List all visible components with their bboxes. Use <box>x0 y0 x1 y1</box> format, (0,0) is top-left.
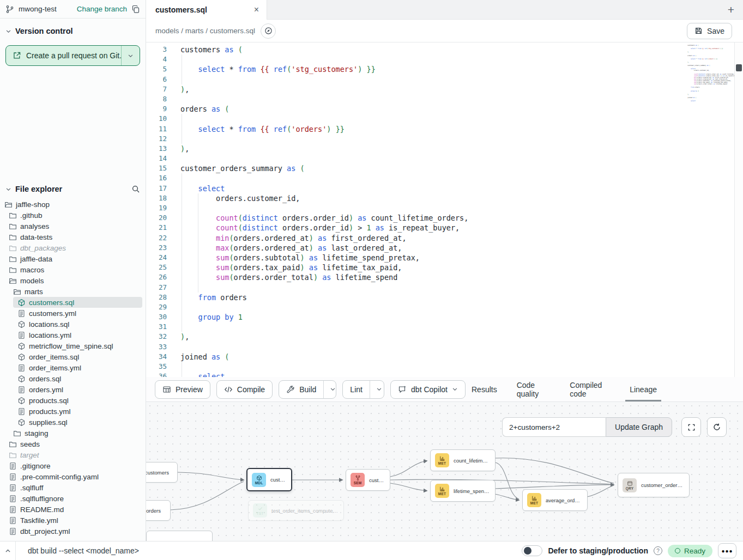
tree-item-readme-md[interactable]: README.md <box>0 504 142 515</box>
tree-item-marts[interactable]: marts <box>0 286 142 297</box>
code-line[interactable]: 17 select <box>146 184 683 193</box>
code-line[interactable]: 15customer_orders_summary as ( <box>146 163 683 173</box>
tree-item-supplies-sql[interactable]: supplies.sql <box>0 417 142 428</box>
code-line[interactable]: 10 <box>146 114 683 124</box>
tree-item-dbt-project-yml[interactable]: dbt_project.yml <box>0 526 142 537</box>
lineage-node-lifetime_spend_pretax[interactable]: METlifetime_spend_pretax <box>430 480 496 502</box>
tree-item-seeds[interactable]: seeds <box>0 439 142 449</box>
code-line[interactable]: 16 <box>146 173 683 183</box>
compile-button[interactable]: Compile <box>216 380 273 399</box>
tree-item-macros[interactable]: macros <box>0 264 142 275</box>
tree-item-analyses[interactable]: analyses <box>0 221 142 232</box>
tab-compiled-code[interactable]: Compiled code <box>570 377 610 401</box>
cli-command-text[interactable]: dbt build --select <model_name> <box>28 546 139 555</box>
lineage-node-count_lifetime_orders[interactable]: METcount_lifetime_orders <box>430 449 496 471</box>
code-line[interactable]: 25 sum(orders.tax_paid) as lifetime_tax_… <box>146 263 683 272</box>
change-branch-link[interactable]: Change branch <box>77 5 127 13</box>
code-line[interactable]: 29 <box>146 302 683 312</box>
code-line[interactable]: 36 select <box>146 372 683 377</box>
code-line[interactable]: 12 <box>146 134 683 144</box>
code-line[interactable]: 7), <box>146 84 683 94</box>
update-graph-button[interactable]: Update Graph <box>606 417 672 437</box>
lineage-node-customers_semantic[interactable]: SEMcustomers <box>346 469 390 491</box>
code-line[interactable]: 14 <box>146 154 683 163</box>
defer-toggle[interactable] <box>522 545 542 556</box>
tree-item-jaffle-shop[interactable]: jaffle-shop <box>0 199 142 210</box>
tab-code-quality[interactable]: Code quality <box>517 377 551 401</box>
code-line[interactable]: 35 <box>146 362 683 372</box>
code-line[interactable]: 23 max(orders.ordered_at) as last_ordere… <box>146 243 683 253</box>
lineage-selector-input[interactable] <box>502 417 606 437</box>
create-pr-button[interactable]: Create a pull request on Git... <box>5 45 140 66</box>
code-line[interactable]: 22 min(orders.ordered_at) as first_order… <box>146 233 683 243</box>
tree-item-order-items-sql[interactable]: order_items.sql <box>0 351 142 362</box>
tree-item-taskfile-yml[interactable]: Taskfile.yml <box>0 515 142 526</box>
tab-customers-sql[interactable]: customers.sql × <box>146 0 267 20</box>
refresh-button[interactable] <box>707 417 727 437</box>
code-line[interactable]: 34joined as ( <box>146 352 683 362</box>
code-editor[interactable]: 3customers as (45 select * from {{ ref('… <box>146 42 743 377</box>
code-line[interactable]: 27 <box>146 283 683 293</box>
code-line[interactable]: 9orders as ( <box>146 104 683 114</box>
build-caret[interactable] <box>323 381 336 398</box>
create-pr-main[interactable]: Create a pull request on Git... <box>6 46 121 65</box>
tree-item--pre-commit-config-yaml[interactable]: .pre-commit-config.yaml <box>0 471 142 482</box>
tree-item-locations-sql[interactable]: locations.sql <box>0 319 142 330</box>
tree-item-locations-yml[interactable]: locations.yml <box>0 330 142 340</box>
preview-button[interactable]: Preview <box>155 380 210 399</box>
tree-item--github[interactable]: .github <box>0 210 142 221</box>
tab-results[interactable]: Results <box>472 377 497 401</box>
lint-button[interactable]: Lint <box>343 381 370 398</box>
dbt-copilot-button[interactable]: dbt Copilot <box>390 380 466 399</box>
tab-lineage[interactable]: Lineage <box>630 377 657 401</box>
tree-item-products-yml[interactable]: products.yml <box>0 406 142 417</box>
lineage-node-orders[interactable]: orders <box>146 500 171 521</box>
code-line[interactable]: 13), <box>146 144 683 154</box>
code-line[interactable]: 5 select * from {{ ref('stg_customers') … <box>146 64 683 74</box>
lineage-node-partial_node[interactable] <box>146 531 213 541</box>
search-icon[interactable] <box>131 185 140 193</box>
code-line[interactable]: 11 select * from {{ ref('orders') }} <box>146 124 683 134</box>
fullscreen-button[interactable] <box>681 417 701 437</box>
tree-item-metricflow-time-spine-sql[interactable]: metricflow_time_spine.sql <box>0 340 142 351</box>
code-line[interactable]: 20 count(distinct orders.order_id) as co… <box>146 213 683 223</box>
code-line[interactable]: 8 <box>146 94 683 104</box>
tree-item-staging[interactable]: staging <box>0 428 142 439</box>
tree-item-customers-sql[interactable]: customers.sql <box>13 297 142 308</box>
code-line[interactable]: 6 <box>146 75 683 84</box>
lint-caret[interactable] <box>370 381 384 398</box>
minimap[interactable]: customers as ( select * from {{ ref('stg… <box>687 45 733 102</box>
lineage-node-stg_customers[interactable]: stg_customers <box>146 462 178 483</box>
copy-icon[interactable] <box>131 5 140 14</box>
more-options-button[interactable]: ●●● <box>718 543 736 558</box>
help-icon[interactable]: ? <box>654 546 662 555</box>
code-line[interactable]: 32), <box>146 332 683 342</box>
lineage-node-test_order_items[interactable]: TSTtest_order_items_compute_to_bools... <box>248 500 344 521</box>
new-tab-button[interactable]: + <box>719 0 743 19</box>
tree-item-orders-sql[interactable]: orders.sql <box>0 373 142 384</box>
tree-item--gitignore[interactable]: .gitignore <box>0 460 142 471</box>
code-line[interactable]: 30 group by 1 <box>146 312 683 322</box>
tree-item-jaffle-data[interactable]: jaffle-data <box>0 253 142 264</box>
code-line[interactable]: 28 from orders <box>146 293 683 302</box>
tab-close-icon[interactable]: × <box>254 5 259 14</box>
tree-item-orders-yml[interactable]: orders.yml <box>0 384 142 395</box>
build-button[interactable]: Build <box>279 381 323 398</box>
code-line[interactable]: 18 orders.customer_id, <box>146 193 683 203</box>
tree-item--sqlfluffignore[interactable]: .sqlfluffignore <box>0 493 142 504</box>
code-line[interactable]: 24 sum(orders.subtotal) as lifetime_spen… <box>146 253 683 263</box>
tree-item--sqlfluff[interactable]: .sqlfluff <box>0 482 142 493</box>
collapse-panel-button[interactable] <box>0 547 15 555</box>
lineage-node-customer_order_metrics[interactable]: QRYcustomer_order_metrics <box>618 473 690 497</box>
tree-item-customers-yml[interactable]: customers.yml <box>0 308 142 319</box>
save-button[interactable]: Save <box>687 23 732 39</box>
code-line[interactable]: 19 <box>146 203 683 213</box>
code-line[interactable]: 4 <box>146 54 683 64</box>
create-pr-caret[interactable] <box>121 46 140 65</box>
tree-item-target[interactable]: target <box>0 449 142 460</box>
code-line[interactable]: 3customers as ( <box>146 45 683 54</box>
code-line[interactable]: 33 <box>146 342 683 352</box>
tree-item-dbt-packages[interactable]: dbt_packages <box>0 242 142 253</box>
scrollbar-thumb[interactable] <box>736 64 742 71</box>
tree-item-products-sql[interactable]: products.sql <box>0 395 142 406</box>
